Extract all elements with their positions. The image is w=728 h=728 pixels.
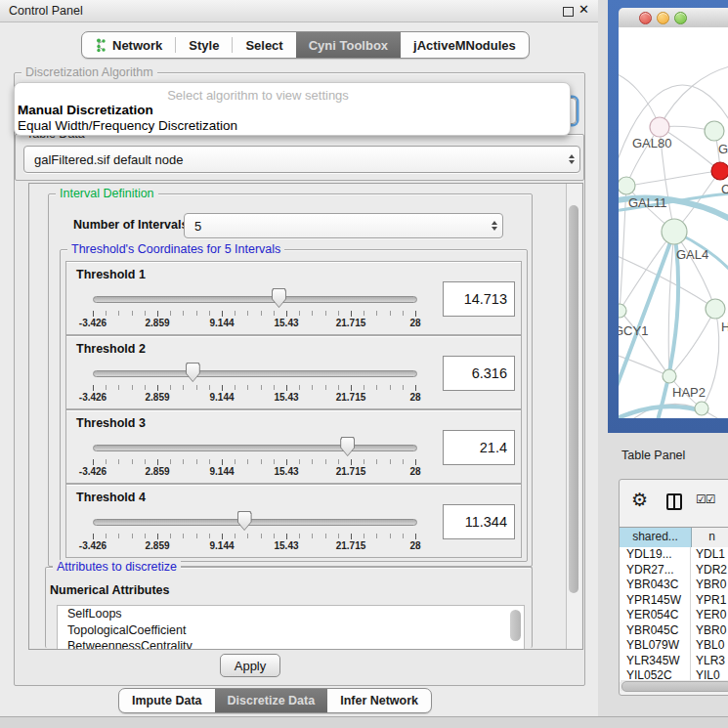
network-node[interactable] (706, 299, 725, 319)
tab-select[interactable]: Select (233, 32, 295, 58)
threshold-value-field[interactable]: 6.316 (443, 356, 515, 391)
apply-button[interactable]: Apply (220, 654, 280, 677)
attributes-list-scrollbar[interactable] (510, 610, 521, 641)
attribute-list-item[interactable]: TopologicalCoefficient (58, 622, 524, 639)
table-row[interactable]: YLR345WYLR3 (620, 654, 728, 669)
numerical-attributes-list[interactable]: SelfLoopsTopologicalCoefficientBetweenne… (57, 605, 525, 650)
threshold-slider[interactable]: -3.4262.8599.14415.4321.71528 (86, 436, 423, 481)
table-row[interactable]: YBR045CYBR0 (620, 623, 728, 639)
slider-tick (274, 385, 275, 390)
table-row[interactable]: YDR27...YDR2 (620, 563, 728, 578)
combo-stepper-icon[interactable] (564, 151, 579, 167)
top-tab-strip: NetworkStyleSelectCyni ToolboxjActiveMNo… (81, 31, 530, 59)
network-canvas[interactable]: GAL80 GA C GAL11 GAL4 GCY1 H HAP2 (619, 27, 728, 418)
network-node[interactable] (663, 369, 676, 383)
slider-track[interactable] (93, 370, 417, 377)
threshold-slider[interactable]: -3.4262.8599.14415.4321.71528 (86, 362, 423, 407)
threshold-value-field[interactable]: 14.713 (443, 281, 515, 317)
minimize-traffic-light-icon[interactable] (657, 12, 669, 24)
network-node[interactable] (662, 219, 687, 244)
table-row[interactable]: YER054CYER0 (620, 608, 728, 623)
slider-tick (170, 311, 171, 316)
slider-tick (222, 385, 223, 391)
tab-style[interactable]: Style (176, 32, 232, 58)
network-node[interactable] (695, 402, 708, 415)
slider-track[interactable] (93, 519, 417, 526)
cell-shared-name[interactable]: YPR145W (620, 593, 691, 609)
table-row[interactable]: YBR043CYBR0 (620, 578, 728, 593)
table-header-name[interactable]: n (692, 528, 728, 547)
slider-thumb[interactable] (340, 437, 355, 456)
network-window-titlebar[interactable] (619, 8, 728, 28)
threshold-slider[interactable]: -3.4262.8599.14415.4321.71528 (86, 287, 423, 332)
threshold-value-field[interactable]: 21.4 (443, 430, 515, 465)
cell-shared-name[interactable]: YER054C (620, 608, 691, 623)
cell-shared-name[interactable]: YBR043C (620, 578, 691, 593)
slider-thumb[interactable] (237, 511, 252, 531)
threshold-slider[interactable]: -3.4262.8599.14415.4321.71528 (86, 510, 423, 555)
cell-shared-name[interactable]: YBR045C (620, 623, 691, 639)
cell-name[interactable]: YDR2 (691, 563, 728, 578)
bottom-tab-impute-data[interactable]: Impute Data (119, 689, 215, 712)
slider-track[interactable] (93, 445, 417, 451)
node-label: GAL4 (676, 247, 708, 262)
table-header-shared-name[interactable]: shared... (620, 528, 692, 547)
tab-cyni-toolbox[interactable]: Cyni Toolbox (296, 32, 401, 58)
tab-network[interactable]: Network (82, 32, 175, 58)
table-row[interactable]: YPR145WYPR1 (620, 593, 728, 609)
bottom-tab-discretize-data[interactable]: Discretize Data (215, 689, 328, 712)
slider-tick (325, 459, 326, 464)
table-horizontal-scrollbar[interactable] (621, 680, 728, 691)
slider-tick-label: 28 (409, 392, 420, 403)
attribute-list-item[interactable]: SelfLoops (58, 606, 524, 622)
slider-track[interactable] (93, 296, 417, 303)
table-row[interactable]: YDL19...YDL1 (620, 547, 728, 563)
slider-tick-label: 28 (409, 540, 420, 551)
zoom-traffic-light-icon[interactable] (674, 12, 687, 24)
slider-tick (338, 534, 339, 538)
cell-name[interactable]: YBR0 (691, 623, 728, 639)
gear-icon[interactable]: ⚙ (631, 489, 648, 510)
cell-shared-name[interactable]: YLR345W (620, 654, 691, 669)
close-panel-icon[interactable]: ✕ (578, 2, 589, 17)
columns-icon[interactable] (666, 493, 682, 510)
close-traffic-light-icon[interactable] (639, 12, 652, 24)
attribute-list-item[interactable]: BetweennessCentrality (58, 638, 524, 650)
slider-tick (170, 534, 171, 538)
cell-name[interactable]: YER0 (691, 608, 728, 623)
network-node[interactable] (650, 117, 669, 137)
settings-vertical-scrollbar[interactable] (566, 184, 581, 649)
network-node[interactable] (705, 121, 724, 141)
tab-jactivemnodules[interactable]: jActiveMNodules (401, 32, 529, 58)
scrollbar-thumb[interactable] (569, 205, 578, 593)
thresholds-group-title: Threshold's Coordinates for 5 Intervals (67, 242, 284, 256)
cell-name[interactable]: YPR1 (691, 593, 728, 609)
bottom-tab-infer-network[interactable]: Infer Network (327, 689, 431, 712)
select-columns-checkboxes-icon[interactable]: ☑☑ (696, 492, 715, 506)
cell-name[interactable]: YBR0 (691, 578, 728, 593)
network-node[interactable] (619, 177, 635, 194)
cell-name[interactable]: YBL0 (691, 638, 728, 654)
network-node-selected[interactable] (711, 162, 728, 180)
slider-tick (286, 385, 287, 391)
slider-thumb[interactable] (186, 363, 200, 382)
algorithm-option[interactable]: Equal Width/Frequency Discretization (15, 118, 570, 134)
cell-name[interactable]: YDL1 (691, 547, 728, 563)
number-of-intervals-combobox[interactable]: 5 (184, 213, 503, 238)
threshold-value-field[interactable]: 11.344 (443, 504, 515, 539)
slider-tick (415, 311, 416, 317)
float-window-icon[interactable] (563, 7, 574, 17)
network-node[interactable] (619, 304, 626, 318)
table-row[interactable]: YBL079WYBL0 (620, 638, 728, 654)
scrollbar-thumb[interactable] (621, 681, 728, 692)
cell-name[interactable]: YLR3 (691, 654, 728, 669)
algorithm-option[interactable]: Manual Discretization (15, 103, 570, 118)
slider-tick (235, 385, 236, 390)
cell-shared-name[interactable]: YBL079W (620, 638, 691, 654)
cell-shared-name[interactable]: YDL19... (620, 547, 691, 563)
combo-stepper-icon[interactable] (487, 218, 502, 234)
slider-thumb[interactable] (272, 288, 286, 308)
slider-tick (376, 534, 377, 538)
cell-shared-name[interactable]: YDR27... (620, 563, 691, 578)
table-data-combobox[interactable]: galFiltered.sif default node (23, 146, 580, 173)
